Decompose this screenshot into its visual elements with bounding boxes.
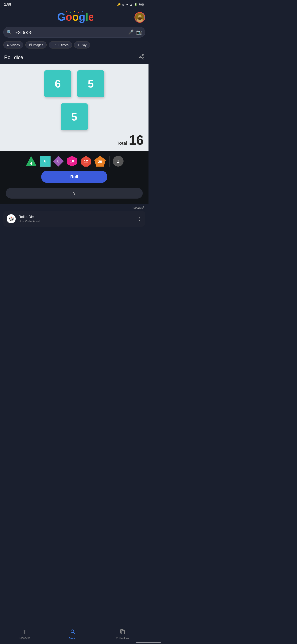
filter-play-label: Play: [80, 43, 86, 47]
d6-shape: 6: [40, 156, 50, 166]
svg-point-3: [74, 11, 75, 12]
svg-text:20: 20: [98, 160, 102, 164]
result-url: https://rolladie.net: [18, 220, 134, 223]
d12-button[interactable]: 12: [80, 156, 92, 167]
d20-shape: 20: [94, 156, 106, 167]
feedback-row: Feedback: [0, 204, 148, 211]
header: Google: [0, 9, 148, 25]
svg-line-15: [141, 57, 143, 58]
signal-icon: ▲: [130, 3, 133, 6]
roll-dice-header: Roll dice: [0, 50, 148, 64]
filter-100times-label: 100 times: [55, 43, 68, 47]
key-icon: 🔑: [117, 3, 121, 6]
svg-line-14: [141, 56, 143, 56]
svg-text:Google: Google: [57, 11, 93, 23]
plus-icon-2: +: [77, 43, 79, 47]
video-icon: ▶: [7, 43, 9, 47]
expand-pill[interactable]: ∨: [6, 188, 143, 198]
filter-images[interactable]: 🖼 Images: [25, 41, 47, 48]
result-favicon-icon: 🎲: [8, 216, 14, 222]
roll-dice-title: Roll dice: [4, 54, 23, 60]
search-actions: 🎤 📷: [128, 30, 142, 35]
die-3-value: 5: [71, 111, 77, 123]
feedback-link[interactable]: Feedback: [132, 206, 144, 209]
dice-controls: 4 6 8 10: [0, 151, 148, 204]
dice-type-row: 4 6 8 10: [3, 155, 145, 168]
status-bar: 1:58 🔑 ⊖ ▼ ▲ 🔋 70%: [0, 0, 148, 9]
filter-images-label: Images: [33, 43, 43, 47]
svg-point-11: [142, 54, 144, 56]
filter-play[interactable]: + Play: [74, 41, 90, 48]
die-2[interactable]: 5: [77, 70, 104, 97]
search-bar-container: 🔍 Roll a die 🎤 📷: [0, 25, 148, 39]
total-label: Total: [117, 140, 127, 146]
result-favicon: 🎲: [6, 214, 16, 223]
expand-row: ∨: [3, 185, 145, 201]
result-title: Roll a Die: [18, 215, 134, 219]
svg-point-10: [138, 17, 142, 20]
d8-label: 8: [57, 159, 59, 164]
battery-percent: 70%: [139, 3, 144, 6]
image-icon: 🖼: [29, 43, 32, 47]
filter-videos[interactable]: ▶ Videos: [3, 41, 23, 48]
status-time: 1:58: [4, 2, 11, 6]
dnd-icon: ⊖: [122, 3, 124, 6]
dice-type-divider: [109, 156, 109, 166]
d8-button[interactable]: 8: [53, 156, 64, 166]
roll-button[interactable]: Roll: [41, 171, 107, 183]
d8-shape: 8: [53, 156, 64, 166]
avatar[interactable]: [134, 12, 145, 23]
avatar-image: [135, 13, 144, 22]
total-row: Total 16: [117, 134, 144, 147]
svg-text:4: 4: [30, 162, 32, 166]
d20-button[interactable]: 20: [94, 156, 106, 167]
svg-text:10: 10: [70, 159, 74, 163]
d12-shape: 12: [80, 156, 92, 167]
battery-icon: 🔋: [134, 3, 137, 6]
svg-point-13: [142, 58, 144, 59]
chevron-down-icon: ∨: [73, 191, 76, 196]
svg-point-5: [82, 11, 83, 12]
die-1-value: 6: [55, 78, 61, 90]
dice-row-top: 6 5: [44, 70, 104, 97]
search-result[interactable]: 🎲 Roll a Die https://rolladie.net ⋮: [3, 211, 145, 227]
filter-pills: ▶ Videos 🖼 Images + 100 times + Play: [0, 39, 148, 50]
filter-100times[interactable]: + 100 times: [49, 41, 72, 48]
result-info: Roll a Die https://rolladie.net: [18, 215, 134, 223]
search-icon: 🔍: [7, 30, 12, 35]
die-3[interactable]: 5: [61, 104, 88, 130]
d6-button[interactable]: 6: [40, 156, 50, 166]
dice-area: 6 5 5 Total 16: [0, 64, 148, 151]
d6-label: 6: [44, 159, 46, 164]
status-icons: 🔑 ⊖ ▼ ▲ 🔋 70%: [117, 3, 144, 6]
mic-icon[interactable]: 🎤: [128, 30, 134, 35]
share-icon[interactable]: [139, 54, 144, 61]
total-value: 16: [129, 134, 144, 147]
google-logo: Google: [14, 11, 134, 24]
search-bar[interactable]: 🔍 Roll a die 🎤 📷: [3, 27, 145, 38]
filter-videos-label: Videos: [10, 43, 20, 47]
custom-die-button[interactable]: ±: [113, 156, 124, 166]
die-1[interactable]: 6: [44, 70, 71, 97]
d4-button[interactable]: 4: [25, 155, 37, 168]
svg-point-2: [70, 12, 71, 13]
result-menu-icon[interactable]: ⋮: [137, 216, 142, 222]
custom-die-label: ±: [117, 158, 119, 164]
wifi-icon: ▼: [126, 3, 128, 6]
roll-button-row: Roll: [3, 171, 145, 183]
dice-row-bottom: 5: [61, 104, 88, 130]
die-2-value: 5: [88, 78, 94, 90]
plus-icon-1: +: [52, 43, 54, 47]
svg-point-1: [66, 11, 67, 12]
svg-text:12: 12: [84, 159, 88, 163]
search-query: Roll a die: [14, 30, 126, 35]
d10-button[interactable]: 10: [66, 156, 78, 167]
svg-point-12: [139, 56, 141, 58]
camera-icon[interactable]: 📷: [136, 30, 142, 35]
d10-shape: 10: [66, 156, 78, 167]
